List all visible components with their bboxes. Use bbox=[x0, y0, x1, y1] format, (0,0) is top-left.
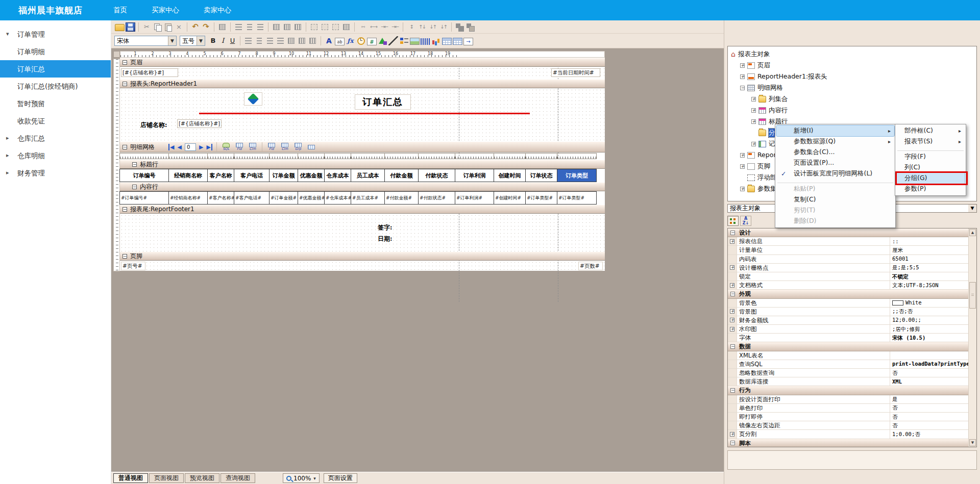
title-underline[interactable] bbox=[199, 113, 530, 114]
grid-header-cell[interactable]: 客户名称 bbox=[207, 169, 234, 182]
expand-icon[interactable] bbox=[730, 265, 734, 270]
property-row[interactable]: 单色打印 否 bbox=[728, 404, 968, 413]
tree-item[interactable]: 明细网格 bbox=[728, 82, 976, 93]
datetime-field[interactable]: #当前日期时间# bbox=[551, 68, 600, 77]
property-row[interactable]: 设计栅格点 是;是;5;5 bbox=[728, 264, 968, 272]
grid-field-cell[interactable]: #创建时间# bbox=[494, 191, 526, 205]
table-tool-icon[interactable] bbox=[453, 38, 462, 45]
tree-item[interactable]: 列集合 bbox=[728, 93, 976, 105]
tree-expand-icon[interactable] bbox=[740, 187, 745, 191]
property-row[interactable]: 即打即停 否 bbox=[728, 413, 968, 421]
expand-icon[interactable] bbox=[730, 231, 735, 235]
expand-icon[interactable] bbox=[730, 274, 734, 279]
page-header-content[interactable]: [#{店铺名称}#] #当前日期时间# bbox=[120, 67, 605, 79]
prev-record-icon[interactable]: ◀ bbox=[177, 144, 181, 150]
field-list-button[interactable]: Fld bbox=[266, 143, 277, 151]
column-ruler[interactable] bbox=[119, 153, 169, 159]
expand-icon[interactable] bbox=[730, 239, 734, 244]
tree-expand-icon[interactable] bbox=[751, 119, 756, 124]
property-row[interactable]: 镜像左右页边距 否 bbox=[728, 421, 968, 430]
submenu-item[interactable]: 列(C) bbox=[896, 162, 965, 173]
subgrid-tool-icon[interactable] bbox=[442, 38, 452, 45]
tree-item[interactable]: 内容行 bbox=[728, 105, 976, 116]
submenu-item[interactable]: 部件框(C) bbox=[896, 125, 965, 136]
vspace-equal-icon[interactable]: ↕ bbox=[406, 22, 416, 32]
property-row[interactable]: 财务金额线 12;0.00;; bbox=[728, 316, 968, 325]
column-ruler[interactable] bbox=[168, 153, 208, 159]
property-scrollbar[interactable]: ▲ ▼ bbox=[968, 228, 976, 447]
grid-field-cell[interactable]: #付款状态# bbox=[418, 191, 455, 205]
band-page-footer[interactable]: 页脚 bbox=[120, 251, 605, 261]
expand-icon[interactable] bbox=[730, 327, 734, 332]
edit-fields-button[interactable]: Fld bbox=[234, 143, 245, 151]
cut-icon[interactable]: ✂ bbox=[142, 22, 152, 32]
tree-expand-icon[interactable] bbox=[751, 108, 756, 113]
expand-icon[interactable] bbox=[730, 336, 734, 340]
text-valign-bottom-icon[interactable] bbox=[308, 36, 317, 45]
tree-expand-icon[interactable] bbox=[740, 86, 745, 90]
property-row[interactable]: 数据库连接 XML bbox=[728, 377, 968, 386]
sidebar-item[interactable]: 财务管理 bbox=[0, 164, 111, 182]
grid-field-cell[interactable]: #员工成本# bbox=[351, 191, 385, 205]
grid-field-cell[interactable]: #付款金额# bbox=[384, 191, 419, 205]
property-row[interactable]: 外观 bbox=[728, 290, 968, 298]
grid-header-cell[interactable]: 订单利润 bbox=[455, 169, 494, 182]
property-row[interactable]: 锁定 不锁定 bbox=[728, 272, 968, 281]
paste-icon[interactable] bbox=[163, 22, 173, 32]
grid-field-cell[interactable]: #订单利润# bbox=[455, 191, 494, 205]
align-middle-icon[interactable] bbox=[282, 22, 292, 32]
collapse-icon[interactable] bbox=[122, 82, 127, 86]
align-top-icon[interactable] bbox=[272, 22, 281, 32]
barcode-tool-icon[interactable] bbox=[421, 38, 430, 45]
text-align-justify-icon[interactable] bbox=[276, 36, 285, 45]
grid-field-cell[interactable]: #优惠金额# bbox=[298, 191, 325, 205]
hspace-equal-icon[interactable]: ⇿ bbox=[358, 22, 368, 32]
sort-alphabetical-button[interactable]: AZ↓ bbox=[740, 216, 751, 226]
band-page-header[interactable]: 页眉 bbox=[120, 58, 605, 67]
column-ruler[interactable] bbox=[384, 153, 419, 159]
column-ruler[interactable] bbox=[298, 153, 325, 159]
shop-name-field[interactable]: [#{店铺名称}#] bbox=[177, 119, 222, 128]
text-align-center-icon[interactable] bbox=[254, 36, 264, 45]
expand-icon[interactable] bbox=[730, 300, 734, 305]
hspace-remove-icon[interactable]: →← bbox=[390, 22, 400, 32]
expand-icon[interactable] bbox=[730, 432, 734, 437]
property-row[interactable]: 计量单位 厘米 bbox=[728, 246, 968, 254]
report-header-content[interactable]: 订单汇总 店铺名称: [#{店铺名称}#] bbox=[120, 88, 605, 141]
align-center-icon[interactable] bbox=[244, 22, 254, 32]
shop-name-field[interactable]: [#{店铺名称}#] bbox=[121, 68, 178, 77]
tree-item[interactable]: 页眉 bbox=[728, 60, 976, 71]
context-menu-item[interactable]: 复制(C) bbox=[776, 194, 894, 205]
tree-expand-icon[interactable] bbox=[751, 97, 756, 101]
vspace-remove-icon[interactable]: ↓↑ bbox=[438, 22, 448, 32]
context-menu-item[interactable]: 粘贴(P) bbox=[776, 184, 894, 194]
sidebar-item[interactable]: 订单汇总(按经销商) bbox=[0, 78, 111, 95]
column-ruler[interactable] bbox=[269, 153, 298, 159]
expand-icon[interactable] bbox=[730, 344, 735, 349]
vspace-decrease-icon[interactable]: ↓↑ bbox=[428, 22, 437, 32]
chart-tool-icon[interactable] bbox=[431, 36, 441, 45]
grid-header-cell[interactable]: 优惠金额 bbox=[298, 169, 325, 182]
image-tool-icon[interactable] bbox=[410, 38, 420, 45]
grid-header-cell[interactable]: 经销商名称 bbox=[168, 169, 208, 182]
submenu-item[interactable]: 字段(F) bbox=[896, 151, 965, 162]
expand-icon[interactable] bbox=[730, 362, 734, 366]
shop-label[interactable]: 店铺名称: bbox=[140, 121, 167, 130]
band-content-row[interactable]: 内容行 bbox=[120, 182, 605, 191]
last-record-icon[interactable]: ▶ bbox=[206, 144, 212, 150]
group-list-button[interactable]: Grp bbox=[292, 143, 304, 151]
submenu-item[interactable]: 分组(G) bbox=[896, 173, 965, 184]
expand-icon[interactable] bbox=[730, 405, 734, 410]
column-list-button[interactable]: Clm bbox=[279, 143, 290, 151]
underline-icon[interactable]: U bbox=[228, 36, 237, 45]
tree-expand-icon[interactable] bbox=[740, 74, 745, 79]
expand-icon[interactable] bbox=[730, 397, 734, 401]
column-ruler[interactable] bbox=[234, 153, 270, 159]
same-height-icon[interactable] bbox=[320, 22, 330, 32]
grid-field-cell[interactable]: #仓库成本# bbox=[324, 191, 351, 205]
page-count-field[interactable]: #页数# bbox=[578, 262, 603, 270]
hspace-decrease-icon[interactable]: →← bbox=[379, 22, 389, 32]
sidebar-item[interactable]: 仓库明细 bbox=[0, 147, 111, 164]
view-tab[interactable]: 页面视图 bbox=[149, 473, 184, 483]
column-ruler[interactable] bbox=[455, 153, 494, 159]
